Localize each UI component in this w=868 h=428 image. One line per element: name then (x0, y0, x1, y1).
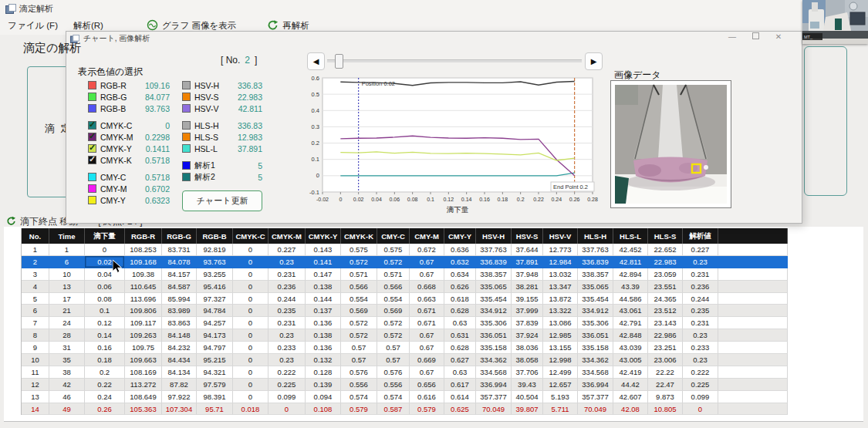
table-cell[interactable]: 0.227 (269, 244, 306, 256)
table-cell[interactable]: 0 (233, 366, 269, 379)
table-cell[interactable]: 85.994 (162, 293, 197, 305)
table-cell[interactable]: 23.059 (648, 268, 683, 281)
table-cell[interactable]: 0.672 (410, 244, 444, 256)
table-cell[interactable]: 338.357 (578, 268, 613, 281)
table-cell[interactable]: 0.572 (377, 329, 410, 342)
table-cell[interactable]: 0.634 (444, 268, 476, 281)
chart-update-button[interactable]: チャート更新 (182, 190, 262, 211)
table-cell[interactable]: 0.569 (341, 305, 377, 317)
table-cell[interactable]: 0.616 (410, 391, 444, 403)
table-cell[interactable]: 335.454 (578, 293, 613, 305)
table-cell[interactable]: 109.806 (125, 305, 162, 317)
table-cell[interactable]: 0.14 (85, 329, 125, 342)
table-cell[interactable]: 0.626 (444, 281, 476, 293)
column-header[interactable]: Time (49, 228, 85, 244)
table-cell[interactable]: 87.82 (162, 379, 197, 391)
table-cell[interactable]: 6 (49, 256, 85, 268)
table-cell[interactable]: 12.998 (543, 354, 578, 366)
table-cell[interactable]: 94.321 (197, 366, 233, 379)
table-cell[interactable]: 1 (49, 244, 85, 256)
table-cell[interactable]: 39.43 (512, 379, 543, 391)
window-titlebar[interactable]: 滴定解析 (0, 0, 868, 17)
table-cell[interactable]: 0 (233, 256, 269, 268)
table-cell[interactable]: 14 (22, 403, 49, 416)
table-cell[interactable]: 0.26 (85, 403, 125, 416)
table-cell[interactable]: 42.894 (613, 268, 648, 281)
table-cell[interactable]: 84.587 (162, 281, 197, 293)
table-cell[interactable]: 84.434 (162, 354, 197, 366)
column-header[interactable]: 解析値 (683, 228, 718, 244)
table-cell[interactable]: 0.108 (306, 403, 341, 416)
table-cell[interactable]: 0.566 (341, 281, 377, 293)
color-swatch-checkbox[interactable] (182, 133, 191, 141)
table-row[interactable]: 5170.08113.69685.99497.32700.2440.1440.5… (22, 293, 788, 305)
table-cell[interactable] (718, 391, 788, 403)
table-cell[interactable]: 109.117 (125, 317, 162, 329)
menu-file[interactable]: ファイル (F) (0, 19, 66, 33)
table-cell[interactable]: 0.23 (683, 354, 718, 366)
table-cell[interactable]: 0.631 (444, 329, 476, 342)
table-cell[interactable]: 335.158 (476, 342, 512, 354)
table-cell[interactable]: 0.67 (410, 342, 444, 354)
table-cell[interactable]: 3 (22, 268, 49, 281)
color-swatch-checkbox[interactable] (182, 104, 191, 113)
table-cell[interactable]: 0.23 (269, 329, 306, 342)
table-cell[interactable]: 37.891 (512, 256, 543, 268)
table-cell[interactable] (718, 256, 788, 268)
table-cell[interactable]: 97.579 (197, 379, 233, 391)
table-cell[interactable]: 0.22 (85, 379, 125, 391)
table-row[interactable]: 13460.24108.64997.92298.39100.0990.0940.… (22, 391, 788, 403)
table-cell[interactable]: 336.839 (476, 256, 512, 268)
table-cell[interactable]: 0.57 (377, 342, 410, 354)
table-cell[interactable]: 335.454 (476, 293, 512, 305)
column-header[interactable]: RGB-R (125, 228, 162, 244)
table-cell[interactable]: 0.574 (377, 391, 410, 403)
table-cell[interactable]: 0.625 (444, 403, 476, 416)
table-cell[interactable]: 0.233 (683, 342, 718, 354)
table-cell[interactable]: 0.141 (306, 256, 341, 268)
table-cell[interactable]: 0.24 (85, 391, 125, 403)
table-cell[interactable]: 0.57 (341, 354, 377, 366)
table-cell[interactable]: 0.575 (341, 244, 377, 256)
color-swatch-checkbox[interactable]: ✓ (88, 144, 96, 153)
table-cell[interactable]: 0.628 (444, 342, 476, 354)
table-cell[interactable]: 0.23 (269, 354, 306, 366)
table-cell[interactable]: 17 (49, 293, 85, 305)
table-cell[interactable]: 0 (233, 391, 269, 403)
table-cell[interactable]: 0.138 (306, 281, 341, 293)
column-header[interactable]: CMYK-Y (306, 228, 341, 244)
table-row[interactable]: 11380.2108.16984.13494.32100.2220.1280.5… (22, 366, 788, 379)
table-cell[interactable]: 0.137 (306, 305, 341, 317)
table-cell[interactable]: 0.579 (410, 403, 444, 416)
table-cell[interactable]: 110.645 (125, 281, 162, 293)
table-cell[interactable]: 84.078 (162, 256, 197, 268)
table-cell[interactable]: 109.263 (125, 329, 162, 342)
table-cell[interactable]: 0.144 (306, 293, 341, 305)
table-cell[interactable]: 0.236 (683, 281, 718, 293)
table-cell[interactable]: 0.614 (444, 391, 476, 403)
table-cell[interactable]: 43.39 (613, 281, 648, 293)
column-header[interactable]: HLS-S (648, 228, 683, 244)
table-row[interactable]: 3100.04109.3884.15793.25500.2310.1470.57… (22, 268, 788, 281)
color-swatch-checkbox[interactable]: ✓ (88, 121, 96, 130)
color-swatch-checkbox[interactable] (182, 173, 191, 181)
table-cell[interactable]: 37.924 (512, 329, 543, 342)
table-cell[interactable]: 11 (22, 366, 49, 379)
table-cell[interactable]: 0 (233, 293, 269, 305)
table-cell[interactable]: 109.38 (125, 268, 162, 281)
table-cell[interactable]: 9.873 (648, 391, 683, 403)
table-cell[interactable]: 84.134 (162, 366, 197, 379)
table-cell[interactable]: 0.16 (85, 342, 125, 354)
table-cell[interactable]: 0.225 (683, 379, 718, 391)
table-cell[interactable]: 335.306 (476, 317, 512, 329)
table-cell[interactable]: 0.554 (341, 293, 377, 305)
table-cell[interactable]: 12 (22, 379, 49, 391)
table-cell[interactable]: 0.139 (306, 379, 341, 391)
column-header[interactable]: HSV-H (476, 228, 512, 244)
table-cell[interactable]: 12.499 (543, 366, 578, 379)
table-cell[interactable]: 113.696 (125, 293, 162, 305)
table-cell[interactable]: 0.67 (410, 256, 444, 268)
table-cell[interactable]: 0.222 (683, 366, 718, 379)
table-cell[interactable]: 0.136 (306, 317, 341, 329)
table-cell[interactable] (718, 268, 788, 281)
